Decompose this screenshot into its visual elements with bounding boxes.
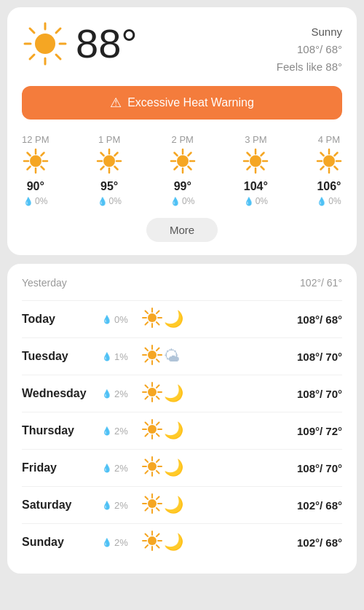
drop-icon: 💧: [102, 464, 112, 473]
forecast-icons: 🌙: [142, 308, 269, 331]
svg-line-22: [101, 153, 104, 156]
hour-label: 4 PM: [318, 134, 340, 145]
high-low-label: 108°/ 68°: [277, 41, 342, 58]
svg-line-34: [174, 167, 177, 170]
hour-temp: 106°: [317, 180, 341, 193]
moon-icon: 🌙: [164, 386, 183, 402]
forecast-precip: 💧2%: [102, 463, 142, 474]
drop-icon: 💧: [102, 352, 112, 361]
forecast-icons: 🌙: [142, 493, 269, 517]
svg-point-98: [148, 462, 157, 471]
svg-line-16: [27, 167, 30, 170]
moon-icon: 🌙: [164, 534, 183, 550]
current-weather-card: 88° Sunny 108°/ 68° Feels like 88° ⚠ Exc…: [7, 7, 357, 255]
drop-icon: 💧: [102, 501, 112, 510]
svg-line-87: [157, 423, 159, 426]
svg-line-86: [157, 434, 159, 437]
forecast-row: Today 💧0% 🌙 108°/ 68°: [22, 300, 342, 337]
hour-precip: 💧 0%: [23, 196, 47, 206]
forecast-day-label: Friday: [22, 461, 102, 474]
svg-line-49: [320, 153, 323, 156]
hourly-sun-icon: [170, 148, 196, 177]
svg-line-96: [157, 460, 159, 463]
yesterday-temp: 102°/ 61°: [300, 277, 342, 289]
sun-rays-svg: [22, 20, 68, 67]
forecast-day-label: Thursday: [22, 424, 102, 437]
forecast-list: Today 💧0% 🌙 108°/ 68° Tuesday 💧1%: [22, 300, 342, 560]
hourly-forecast-row: 12 PM 90° 💧 0% 1 PM: [22, 134, 342, 206]
svg-line-76: [146, 386, 149, 388]
svg-point-71: [148, 351, 157, 359]
svg-line-112: [146, 534, 149, 537]
svg-point-26: [103, 155, 115, 167]
hour-label: 12 PM: [22, 134, 50, 145]
yesterday-row: Yesterday 102°/ 61°: [22, 277, 342, 293]
drop-icon: 💧: [102, 426, 112, 436]
svg-line-5: [56, 55, 60, 59]
forecast-temp: 102°/ 68°: [269, 499, 342, 512]
svg-line-61: [146, 322, 149, 325]
hour-precip: 💧 0%: [170, 196, 194, 206]
hourly-sun-icon: [316, 148, 342, 177]
svg-line-50: [334, 167, 337, 170]
svg-line-23: [115, 167, 118, 170]
forecast-sun-icon: [142, 345, 162, 368]
svg-line-77: [157, 396, 159, 399]
forecast-temp: 109°/ 72°: [269, 425, 342, 437]
current-left: 88°: [22, 20, 138, 67]
drop-icon: 💧: [170, 197, 181, 206]
partly-cloudy-icon: 🌤: [164, 348, 180, 364]
hour-temp: 104°: [244, 180, 268, 193]
warning-icon: ⚠: [110, 95, 122, 111]
forecast-row: Saturday 💧2% 🌙 102°/ 68°: [22, 486, 342, 523]
hourly-sun-icon: [242, 148, 269, 177]
moon-icon: 🌙: [164, 311, 183, 327]
hourly-item: 1 PM 95° 💧 0%: [96, 134, 122, 206]
hour-temp: 95°: [100, 180, 118, 193]
drop-icon: 💧: [317, 197, 327, 206]
svg-line-95: [157, 471, 159, 474]
forecast-card: Yesterday 102°/ 61° Today 💧0% 🌙 108°/ 68…: [7, 264, 357, 574]
forecast-precip: 💧2%: [102, 426, 142, 437]
svg-line-40: [248, 153, 250, 156]
forecast-temp: 108°/ 70°: [269, 462, 342, 474]
svg-line-103: [146, 497, 149, 500]
forecast-temp: 108°/ 70°: [269, 351, 342, 363]
svg-line-58: [146, 311, 149, 314]
hour-precip: 💧 0%: [98, 196, 122, 206]
drop-icon: 💧: [102, 389, 112, 399]
forecast-icons: 🌤: [142, 345, 269, 368]
svg-line-69: [157, 348, 159, 351]
drop-icon: 💧: [98, 197, 108, 206]
hour-precip: 💧 0%: [244, 196, 268, 206]
forecast-day-label: Today: [22, 313, 102, 326]
svg-line-78: [157, 386, 159, 388]
svg-point-17: [30, 155, 41, 167]
svg-line-104: [157, 508, 159, 511]
svg-line-25: [101, 167, 104, 170]
svg-line-7: [30, 55, 34, 59]
forecast-icons: 🌙: [142, 531, 269, 554]
svg-line-105: [157, 497, 159, 500]
svg-line-88: [146, 434, 149, 437]
drop-icon: 💧: [23, 197, 33, 206]
hourly-item: 12 PM 90° 💧 0%: [22, 134, 50, 206]
forecast-row: Sunday 💧2% 🌙 102°/ 68°: [22, 523, 342, 560]
hour-temp: 90°: [27, 180, 44, 193]
moon-icon: 🌙: [164, 460, 183, 476]
forecast-row: Wednesday 💧2% 🌙 108°/ 70°: [22, 375, 342, 412]
svg-point-8: [35, 34, 55, 54]
feels-like-label: Feels like 88°: [277, 58, 342, 76]
svg-line-94: [146, 460, 149, 463]
hour-precip: 💧 0%: [317, 196, 341, 206]
current-weather-row: 88° Sunny 108°/ 68° Feels like 88°: [22, 20, 342, 76]
svg-line-106: [146, 508, 149, 511]
svg-point-35: [177, 155, 189, 167]
svg-line-70: [146, 359, 149, 362]
svg-line-52: [320, 167, 323, 170]
more-button[interactable]: More: [146, 218, 218, 242]
svg-line-41: [261, 167, 264, 170]
forecast-sun-icon: [142, 308, 162, 331]
svg-line-79: [146, 396, 149, 399]
forecast-sun-icon: [142, 456, 162, 480]
